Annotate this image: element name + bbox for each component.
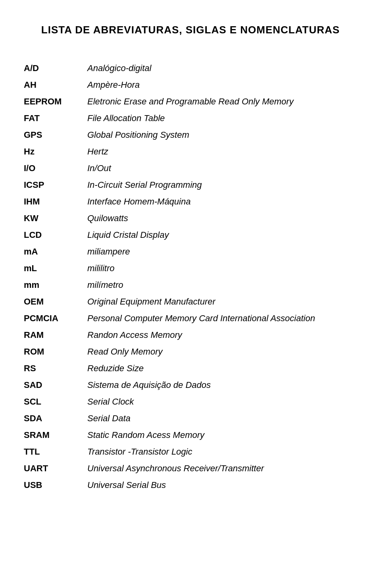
- abbreviation-cell: UART: [24, 460, 87, 477]
- table-row: RSReduzide Size: [24, 360, 357, 377]
- table-row: UARTUniversal Asynchronous Receiver/Tran…: [24, 460, 357, 477]
- abbreviation-cell: mA: [24, 243, 87, 260]
- table-row: SRAMStatic Random Acess Memory: [24, 427, 357, 443]
- abbreviation-cell: USB: [24, 477, 87, 494]
- definition-cell: Reduzide Size: [87, 360, 357, 377]
- abbreviation-cell: FAT: [24, 110, 87, 127]
- abbreviation-cell: SDA: [24, 410, 87, 427]
- definition-cell: Hertz: [87, 143, 357, 160]
- table-row: PCMCIAPersonal Computer Memory Card Inte…: [24, 310, 357, 327]
- definition-cell: mililitro: [87, 260, 357, 277]
- abbreviation-cell: mm: [24, 277, 87, 293]
- table-row: FATFile Allocation Table: [24, 110, 357, 127]
- definition-cell: Serial Data: [87, 410, 357, 427]
- definition-cell: Global Positioning System: [87, 127, 357, 143]
- table-row: SCLSerial Clock: [24, 393, 357, 410]
- table-row: ROMRead Only Memory: [24, 343, 357, 360]
- abbreviation-cell: KW: [24, 210, 87, 227]
- table-row: SADSistema de Aquisição de Dados: [24, 377, 357, 393]
- definition-cell: Sistema de Aquisição de Dados: [87, 377, 357, 393]
- definition-cell: Randon Access Memory: [87, 327, 357, 343]
- abbreviation-cell: SAD: [24, 377, 87, 393]
- table-row: KWQuilowatts: [24, 210, 357, 227]
- abbreviation-cell: PCMCIA: [24, 310, 87, 327]
- abbreviation-cell: SCL: [24, 393, 87, 410]
- definition-cell: Read Only Memory: [87, 343, 357, 360]
- definition-cell: Original Equipment Manufacturer: [87, 293, 357, 310]
- definition-cell: Eletronic Erase and Programable Read Onl…: [87, 93, 357, 110]
- table-row: RAMRandon Access Memory: [24, 327, 357, 343]
- definition-cell: Interface Homem-Máquina: [87, 193, 357, 210]
- table-row: IHMInterface Homem-Máquina: [24, 193, 357, 210]
- definition-cell: Ampère-Hora: [87, 77, 357, 93]
- table-row: mLmililitro: [24, 260, 357, 277]
- definition-cell: miliampere: [87, 243, 357, 260]
- definition-cell: In-Circuit Serial Programming: [87, 177, 357, 193]
- definition-cell: Static Random Acess Memory: [87, 427, 357, 443]
- table-row: AHAmpère-Hora: [24, 77, 357, 93]
- abbreviation-cell: RS: [24, 360, 87, 377]
- definition-cell: Analógico-digital: [87, 60, 357, 77]
- definition-cell: Universal Asynchronous Receiver/Transmit…: [87, 460, 357, 477]
- abbreviation-cell: ICSP: [24, 177, 87, 193]
- abbreviations-table: A/DAnalógico-digitalAHAmpère-HoraEEPROME…: [24, 60, 357, 494]
- abbreviation-cell: TTL: [24, 443, 87, 460]
- abbreviation-cell: SRAM: [24, 427, 87, 443]
- abbreviation-cell: ROM: [24, 343, 87, 360]
- abbreviation-cell: mL: [24, 260, 87, 277]
- table-row: HzHertz: [24, 143, 357, 160]
- definition-cell: Personal Computer Memory Card Internatio…: [87, 310, 357, 327]
- abbreviation-cell: OEM: [24, 293, 87, 310]
- abbreviation-cell: A/D: [24, 60, 87, 77]
- abbreviation-cell: Hz: [24, 143, 87, 160]
- table-row: ICSPIn-Circuit Serial Programming: [24, 177, 357, 193]
- abbreviation-cell: I/O: [24, 160, 87, 177]
- table-row: I/OIn/Out: [24, 160, 357, 177]
- table-row: USBUniversal Serial Bus: [24, 477, 357, 494]
- definition-cell: milímetro: [87, 277, 357, 293]
- definition-cell: Quilowatts: [87, 210, 357, 227]
- table-row: SDASerial Data: [24, 410, 357, 427]
- abbreviation-cell: GPS: [24, 127, 87, 143]
- table-row: LCDLiquid Cristal Display: [24, 227, 357, 243]
- page-title: LISTA DE ABREVIATURAS, SIGLAS E NOMENCLA…: [24, 24, 357, 36]
- definition-cell: In/Out: [87, 160, 357, 177]
- table-row: A/DAnalógico-digital: [24, 60, 357, 77]
- table-row: GPSGlobal Positioning System: [24, 127, 357, 143]
- table-row: mAmiliampere: [24, 243, 357, 260]
- abbreviation-cell: RAM: [24, 327, 87, 343]
- definition-cell: Transistor -Transistor Logic: [87, 443, 357, 460]
- abbreviation-cell: AH: [24, 77, 87, 93]
- abbreviation-cell: EEPROM: [24, 93, 87, 110]
- table-row: OEMOriginal Equipment Manufacturer: [24, 293, 357, 310]
- definition-cell: Serial Clock: [87, 393, 357, 410]
- definition-cell: Liquid Cristal Display: [87, 227, 357, 243]
- table-row: mmmilímetro: [24, 277, 357, 293]
- abbreviation-cell: IHM: [24, 193, 87, 210]
- table-row: TTLTransistor -Transistor Logic: [24, 443, 357, 460]
- abbreviation-cell: LCD: [24, 227, 87, 243]
- definition-cell: Universal Serial Bus: [87, 477, 357, 494]
- table-row: EEPROMEletronic Erase and Programable Re…: [24, 93, 357, 110]
- definition-cell: File Allocation Table: [87, 110, 357, 127]
